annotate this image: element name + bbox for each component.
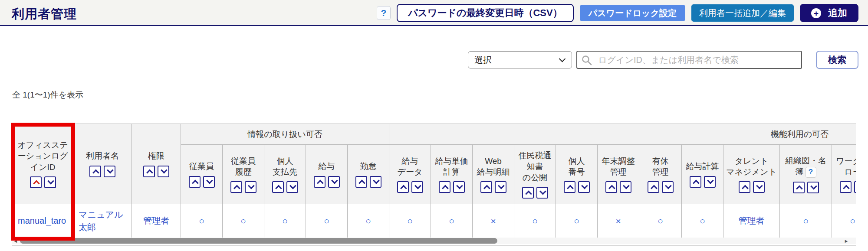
chevron-down-icon: [559, 55, 566, 62]
top-header-bar: 利用者管理 ? パスワードの最終変更日時（CSV） パスワードロック設定 利用者…: [0, 0, 868, 26]
scroll-right-icon[interactable]: ►: [843, 238, 850, 244]
cell-salary-unit-calc: ○: [431, 204, 473, 238]
column-header-personal-payee: 個人 支払先: [264, 145, 306, 204]
column-header-salary: 給与: [306, 145, 348, 204]
help-icon[interactable]: ?: [377, 6, 391, 20]
header-actions: ? パスワードの最終変更日時（CSV） パスワードロック設定 利用者一括追加／編…: [377, 3, 858, 23]
sort-desc-button[interactable]: [620, 181, 631, 193]
sort-down-icon: [107, 166, 114, 173]
select-value: 選択: [474, 54, 492, 66]
add-user-button[interactable]: + 追加: [800, 4, 858, 22]
sort-desc-button[interactable]: [578, 181, 590, 193]
column-header-login-id: オフィスステーションログインID: [13, 124, 73, 204]
cell-permission[interactable]: 管理者: [132, 204, 181, 238]
sort-up-icon: [146, 169, 153, 176]
sort-asc-button[interactable]: [605, 181, 617, 193]
sort-asc-button[interactable]: [89, 166, 101, 177]
cell-resident-tax-notice: ○: [514, 204, 556, 238]
cell-payroll-calc: ○: [682, 204, 723, 238]
column-header-permission: 権限: [132, 124, 181, 204]
column-header-employee-history: 従業員 履歴: [223, 145, 264, 204]
sort-desc-button[interactable]: [753, 181, 765, 193]
sort-desc-button[interactable]: [495, 181, 506, 193]
search-button[interactable]: 検索: [816, 51, 858, 69]
sort-asc-button[interactable]: [739, 181, 750, 193]
sort-desc-button[interactable]: [203, 176, 215, 188]
column-header-my-number: 個人 番号: [556, 145, 598, 204]
horizontal-scrollbar[interactable]: ◄ ►: [12, 238, 856, 244]
cell-login-id[interactable]: manual_taro: [13, 204, 73, 238]
sort-desc-button[interactable]: [245, 181, 256, 193]
column-header-paid-leave: 有休 管理: [639, 145, 682, 204]
search-input[interactable]: [576, 51, 802, 69]
column-header-employee: 従業員: [181, 145, 223, 204]
sort-controls: [14, 176, 71, 188]
sort-controls: [75, 166, 130, 177]
table-bottom-divider: [12, 245, 856, 246]
cell-talent-management[interactable]: 管理者: [723, 204, 780, 238]
sort-asc-button[interactable]: [439, 181, 450, 193]
cell-user-name[interactable]: マニュアル太郎: [73, 204, 132, 238]
sort-asc-button[interactable]: [314, 176, 326, 188]
sort-asc-button[interactable]: [648, 181, 659, 193]
search-icon: [582, 55, 592, 65]
sort-desc-button[interactable]: [807, 182, 819, 193]
help-icon[interactable]: ?: [806, 167, 816, 178]
sort-down-icon: [161, 166, 168, 173]
sort-up-icon: [92, 169, 99, 176]
column-header-talent-management: タレント マネジメント: [723, 145, 780, 204]
sort-desc-button[interactable]: [854, 181, 856, 193]
search-category-select[interactable]: 選択: [468, 51, 572, 68]
sort-desc-button[interactable]: [704, 176, 716, 188]
column-header-payroll-calc: 給与計算: [682, 145, 723, 204]
sort-asc-button[interactable]: [272, 181, 284, 193]
column-header-user-name: 利用者名: [73, 124, 132, 204]
sort-desc-button[interactable]: [286, 181, 298, 193]
group-header-info-handling: 情報の取り扱い可否: [181, 124, 389, 145]
column-header-salary-unit-calc: 給与単価 計算: [431, 145, 473, 204]
cell-personal-payee: ○: [264, 204, 306, 238]
password-lock-settings-button[interactable]: パスワードロック設定: [580, 5, 685, 21]
users-table: オフィスステーションログインID 利用者名 権限: [12, 124, 856, 238]
scrollbar-thumb[interactable]: [20, 238, 497, 244]
sort-asc-button[interactable]: [480, 181, 492, 193]
add-button-label: 追加: [828, 7, 847, 20]
sort-asc-button[interactable]: [397, 181, 409, 193]
group-header-feature-usage: 機能利用の可否: [389, 124, 856, 145]
sort-asc-button[interactable]: [840, 181, 852, 193]
table-row: manual_taro マニュアル太郎 管理者 ○ ○ ○ ○ ○ ○ ○ × …: [13, 204, 856, 238]
sort-asc-button[interactable]: [143, 166, 155, 177]
sort-asc-button[interactable]: [30, 176, 42, 188]
result-count-text: 全 1(1〜1)件を表示: [12, 89, 83, 101]
sort-controls: [134, 166, 179, 177]
sort-asc-button[interactable]: [564, 181, 575, 193]
cell-org-chart-roster: ○: [780, 204, 832, 238]
sort-desc-button[interactable]: [328, 176, 340, 188]
sort-asc-button[interactable]: [690, 176, 701, 188]
cell-year-end-adjustment: ×: [598, 204, 639, 238]
scroll-left-icon[interactable]: ◄: [12, 238, 19, 244]
sort-desc-button[interactable]: [411, 181, 423, 193]
sort-asc-button[interactable]: [522, 187, 534, 199]
password-last-changed-csv-button[interactable]: パスワードの最終変更日時（CSV）: [397, 4, 574, 22]
cell-employee-history: ○: [223, 204, 264, 238]
sort-asc-button[interactable]: [355, 176, 367, 188]
sort-asc-button[interactable]: [793, 182, 805, 193]
sort-desc-button[interactable]: [370, 176, 381, 188]
sort-desc-button[interactable]: [104, 166, 115, 177]
sort-desc-button[interactable]: [453, 181, 465, 193]
sort-asc-button[interactable]: [189, 176, 201, 188]
bulk-add-edit-users-button[interactable]: 利用者一括追加／編集: [691, 4, 794, 22]
page-title: 利用者管理: [12, 6, 77, 23]
sort-asc-button[interactable]: [230, 181, 242, 193]
sort-desc-button[interactable]: [662, 181, 674, 193]
cell-employee: ○: [181, 204, 223, 238]
sort-desc-button[interactable]: [536, 187, 548, 199]
cell-paid-leave: ○: [639, 204, 682, 238]
sort-desc-button[interactable]: [44, 176, 56, 188]
cell-my-number: ○: [556, 204, 598, 238]
column-header-workflow: ワークフロー: [832, 145, 856, 204]
sort-desc-button[interactable]: [158, 166, 169, 177]
cell-workflow: ○: [832, 204, 856, 238]
cell-web-payslip: ×: [473, 204, 514, 238]
